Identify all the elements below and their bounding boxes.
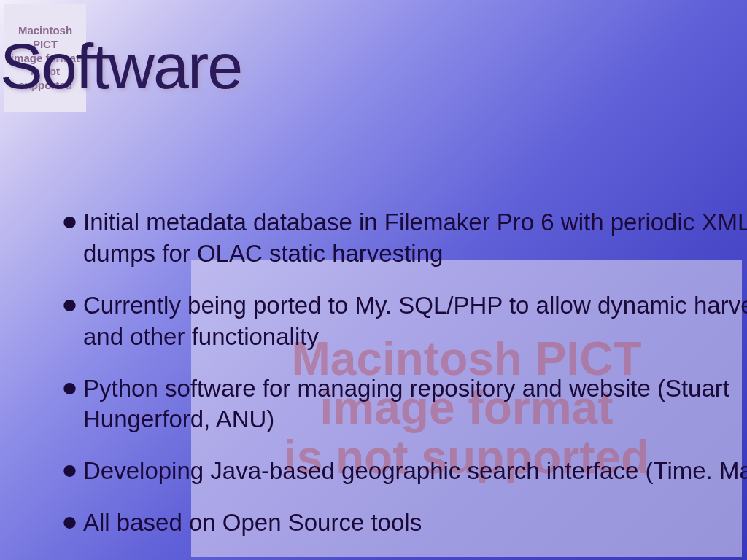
list-item: • All based on Open Source tools — [62, 508, 747, 539]
list-item: • Currently being ported to My. SQL/PHP … — [62, 290, 747, 353]
bullet-icon: • — [62, 506, 77, 539]
slide-title: Software — [0, 29, 747, 104]
bullet-text: Developing Java-based geographic search … — [83, 456, 747, 487]
list-item: • Developing Java-based geographic searc… — [62, 456, 747, 487]
list-item: • Initial metadata database in Filemaker… — [62, 207, 747, 270]
bullet-icon: • — [62, 289, 77, 322]
bullet-text: Python software for managing repository … — [83, 373, 747, 436]
bullet-list: • Initial metadata database in Filemaker… — [62, 207, 747, 539]
bullet-text: All based on Open Source tools — [83, 508, 747, 539]
bullet-text: Currently being ported to My. SQL/PHP to… — [83, 290, 747, 353]
bullet-icon: • — [62, 372, 77, 405]
bullet-icon: • — [62, 206, 77, 238]
list-item: • Python software for managing repositor… — [62, 373, 747, 436]
bullet-icon: • — [62, 454, 77, 487]
bullet-text: Initial metadata database in Filemaker P… — [83, 207, 747, 270]
